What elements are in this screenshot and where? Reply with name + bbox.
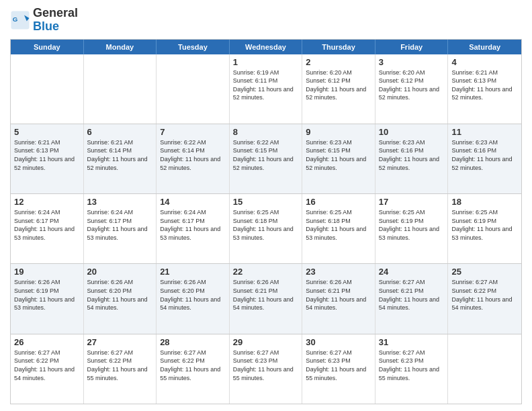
calendar-cell: 13Sunrise: 6:24 AM Sunset: 6:17 PM Dayli… bbox=[84, 194, 157, 263]
calendar-row-3: 19Sunrise: 6:26 AM Sunset: 6:19 PM Dayli… bbox=[11, 263, 521, 333]
day-info: Sunrise: 6:26 AM Sunset: 6:20 PM Dayligh… bbox=[87, 278, 153, 312]
header-day-tuesday: Tuesday bbox=[157, 40, 230, 54]
calendar-row-4: 26Sunrise: 6:27 AM Sunset: 6:22 PM Dayli… bbox=[11, 334, 521, 404]
calendar-cell: 3Sunrise: 6:20 AM Sunset: 6:12 PM Daylig… bbox=[375, 54, 449, 124]
day-info: Sunrise: 6:20 AM Sunset: 6:12 PM Dayligh… bbox=[379, 68, 445, 102]
calendar-cell: 18Sunrise: 6:25 AM Sunset: 6:19 PM Dayli… bbox=[448, 194, 521, 263]
day-info: Sunrise: 6:24 AM Sunset: 6:17 PM Dayligh… bbox=[160, 208, 226, 242]
day-number: 5 bbox=[14, 127, 80, 137]
day-info: Sunrise: 6:25 AM Sunset: 6:19 PM Dayligh… bbox=[379, 208, 445, 242]
day-info: Sunrise: 6:27 AM Sunset: 6:22 PM Dayligh… bbox=[87, 349, 153, 382]
day-number: 20 bbox=[87, 267, 153, 277]
day-number: 7 bbox=[160, 127, 226, 137]
logo-line1: General bbox=[33, 7, 78, 20]
day-info: Sunrise: 6:22 AM Sunset: 6:15 PM Dayligh… bbox=[233, 138, 299, 172]
calendar-cell: 23Sunrise: 6:26 AM Sunset: 6:21 PM Dayli… bbox=[302, 264, 375, 333]
day-info: Sunrise: 6:24 AM Sunset: 6:17 PM Dayligh… bbox=[14, 208, 80, 242]
day-info: Sunrise: 6:21 AM Sunset: 6:14 PM Dayligh… bbox=[87, 138, 153, 172]
day-number: 17 bbox=[379, 197, 445, 207]
calendar-cell: 1Sunrise: 6:19 AM Sunset: 6:11 PM Daylig… bbox=[230, 54, 303, 124]
calendar-cell: 28Sunrise: 6:27 AM Sunset: 6:22 PM Dayli… bbox=[157, 334, 230, 404]
calendar-cell: 24Sunrise: 6:27 AM Sunset: 6:21 PM Dayli… bbox=[375, 264, 449, 333]
calendar-cell: 10Sunrise: 6:23 AM Sunset: 6:16 PM Dayli… bbox=[375, 124, 449, 193]
calendar-cell bbox=[157, 54, 230, 124]
day-number: 8 bbox=[233, 127, 299, 137]
svg-text:G: G bbox=[13, 15, 18, 22]
day-number: 30 bbox=[306, 337, 371, 347]
day-info: Sunrise: 6:26 AM Sunset: 6:19 PM Dayligh… bbox=[14, 278, 80, 312]
calendar-cell: 27Sunrise: 6:27 AM Sunset: 6:22 PM Dayli… bbox=[84, 334, 157, 404]
day-number: 27 bbox=[87, 337, 153, 347]
calendar-cell: 5Sunrise: 6:21 AM Sunset: 6:13 PM Daylig… bbox=[11, 124, 84, 193]
day-number: 1 bbox=[233, 57, 299, 67]
day-number: 3 bbox=[379, 57, 445, 67]
logo-line2: Blue bbox=[33, 20, 78, 34]
day-info: Sunrise: 6:23 AM Sunset: 6:15 PM Dayligh… bbox=[306, 138, 371, 172]
day-number: 4 bbox=[451, 57, 518, 67]
day-info: Sunrise: 6:21 AM Sunset: 6:13 PM Dayligh… bbox=[451, 68, 518, 102]
calendar-row-1: 5Sunrise: 6:21 AM Sunset: 6:13 PM Daylig… bbox=[11, 124, 521, 193]
calendar-cell: 15Sunrise: 6:25 AM Sunset: 6:18 PM Dayli… bbox=[230, 194, 303, 263]
header-day-thursday: Thursday bbox=[302, 40, 375, 54]
page: G General Blue SundayMondayTuesdayWednes… bbox=[0, 0, 532, 411]
day-info: Sunrise: 6:25 AM Sunset: 6:19 PM Dayligh… bbox=[451, 208, 518, 242]
calendar-cell bbox=[84, 54, 157, 124]
calendar-cell: 11Sunrise: 6:23 AM Sunset: 6:16 PM Dayli… bbox=[448, 124, 521, 193]
calendar-cell: 16Sunrise: 6:25 AM Sunset: 6:18 PM Dayli… bbox=[302, 194, 375, 263]
day-info: Sunrise: 6:24 AM Sunset: 6:17 PM Dayligh… bbox=[87, 208, 153, 242]
day-info: Sunrise: 6:22 AM Sunset: 6:14 PM Dayligh… bbox=[160, 138, 226, 172]
day-info: Sunrise: 6:25 AM Sunset: 6:18 PM Dayligh… bbox=[306, 208, 371, 242]
day-info: Sunrise: 6:26 AM Sunset: 6:20 PM Dayligh… bbox=[160, 278, 226, 312]
day-number: 16 bbox=[306, 197, 371, 207]
logo-icon: G bbox=[10, 10, 30, 30]
calendar-body: 1Sunrise: 6:19 AM Sunset: 6:11 PM Daylig… bbox=[11, 54, 521, 404]
day-info: Sunrise: 6:19 AM Sunset: 6:11 PM Dayligh… bbox=[233, 68, 299, 102]
day-info: Sunrise: 6:27 AM Sunset: 6:22 PM Dayligh… bbox=[14, 349, 80, 382]
day-number: 24 bbox=[379, 267, 445, 277]
day-number: 12 bbox=[14, 197, 80, 207]
day-number: 25 bbox=[451, 267, 518, 277]
logo: G General Blue bbox=[10, 7, 78, 34]
header-day-monday: Monday bbox=[84, 40, 157, 54]
calendar-row-2: 12Sunrise: 6:24 AM Sunset: 6:17 PM Dayli… bbox=[11, 193, 521, 263]
day-info: Sunrise: 6:27 AM Sunset: 6:23 PM Dayligh… bbox=[306, 349, 371, 382]
day-info: Sunrise: 6:27 AM Sunset: 6:21 PM Dayligh… bbox=[379, 278, 445, 312]
header: G General Blue bbox=[10, 7, 522, 34]
day-number: 9 bbox=[306, 127, 371, 137]
day-number: 11 bbox=[451, 127, 518, 137]
day-number: 23 bbox=[306, 267, 371, 277]
calendar-cell bbox=[448, 334, 521, 404]
day-info: Sunrise: 6:27 AM Sunset: 6:23 PM Dayligh… bbox=[233, 349, 299, 382]
calendar-cell: 14Sunrise: 6:24 AM Sunset: 6:17 PM Dayli… bbox=[157, 194, 230, 263]
day-number: 18 bbox=[451, 197, 518, 207]
calendar-cell: 12Sunrise: 6:24 AM Sunset: 6:17 PM Dayli… bbox=[11, 194, 84, 263]
day-info: Sunrise: 6:27 AM Sunset: 6:23 PM Dayligh… bbox=[379, 349, 445, 382]
day-number: 21 bbox=[160, 267, 226, 277]
calendar-cell: 4Sunrise: 6:21 AM Sunset: 6:13 PM Daylig… bbox=[448, 54, 521, 124]
day-number: 31 bbox=[379, 337, 445, 347]
day-info: Sunrise: 6:21 AM Sunset: 6:13 PM Dayligh… bbox=[14, 138, 80, 172]
day-info: Sunrise: 6:27 AM Sunset: 6:22 PM Dayligh… bbox=[160, 349, 226, 382]
day-number: 10 bbox=[379, 127, 445, 137]
day-number: 26 bbox=[14, 337, 80, 347]
header-day-friday: Friday bbox=[375, 40, 449, 54]
day-info: Sunrise: 6:25 AM Sunset: 6:18 PM Dayligh… bbox=[233, 208, 299, 242]
calendar-cell: 7Sunrise: 6:22 AM Sunset: 6:14 PM Daylig… bbox=[157, 124, 230, 193]
day-info: Sunrise: 6:23 AM Sunset: 6:16 PM Dayligh… bbox=[379, 138, 445, 172]
calendar-cell: 21Sunrise: 6:26 AM Sunset: 6:20 PM Dayli… bbox=[157, 264, 230, 333]
calendar: SundayMondayTuesdayWednesdayThursdayFrid… bbox=[10, 39, 522, 404]
calendar-cell: 9Sunrise: 6:23 AM Sunset: 6:15 PM Daylig… bbox=[302, 124, 375, 193]
day-number: 14 bbox=[160, 197, 226, 207]
calendar-cell: 19Sunrise: 6:26 AM Sunset: 6:19 PM Dayli… bbox=[11, 264, 84, 333]
day-number: 22 bbox=[233, 267, 299, 277]
day-info: Sunrise: 6:27 AM Sunset: 6:22 PM Dayligh… bbox=[451, 278, 518, 312]
calendar-cell bbox=[11, 54, 84, 124]
day-number: 13 bbox=[87, 197, 153, 207]
calendar-header: SundayMondayTuesdayWednesdayThursdayFrid… bbox=[11, 40, 521, 54]
calendar-cell: 20Sunrise: 6:26 AM Sunset: 6:20 PM Dayli… bbox=[84, 264, 157, 333]
day-number: 2 bbox=[306, 57, 371, 67]
calendar-row-0: 1Sunrise: 6:19 AM Sunset: 6:11 PM Daylig… bbox=[11, 54, 521, 124]
day-number: 29 bbox=[233, 337, 299, 347]
day-number: 19 bbox=[14, 267, 80, 277]
day-info: Sunrise: 6:23 AM Sunset: 6:16 PM Dayligh… bbox=[451, 138, 518, 172]
